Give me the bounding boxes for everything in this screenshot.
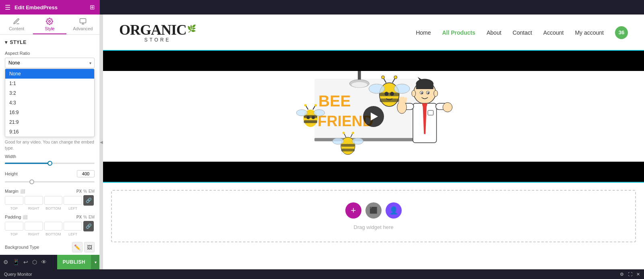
widget-drop-zone: + ⬛ 👤 Drag widget here [111,190,636,242]
margin-left-input[interactable] [64,196,82,205]
padding-unit-px[interactable]: PX [76,215,82,219]
margin-top-input[interactable] [5,196,23,205]
eye-icon[interactable]: 👁 [41,259,47,265]
dropdown-item-4-3[interactable]: 4:3 [5,98,94,108]
dropdown-item-9-16[interactable]: 9:16 [5,127,94,137]
margin-link-button[interactable]: 🔗 [83,195,94,206]
padding-unit-em[interactable]: EM [89,215,95,219]
svg-point-14 [314,110,324,116]
svg-text:BEE: BEE [318,92,351,110]
padding-unit-percent[interactable]: % [83,215,87,219]
height-row: Height [5,170,95,185]
dropdown-item-3-2[interactable]: 3:2 [5,88,94,98]
margin-icon: ⬜ [20,189,25,194]
query-monitor-expand-icon[interactable]: ⛶ [628,272,632,277]
height-label: Height [5,171,18,176]
redo-icon[interactable]: ⬡ [32,259,37,265]
svg-point-20 [314,104,317,106]
nav-account[interactable]: Account [543,29,564,36]
dropdown-item-16-9[interactable]: 16:9 [5,108,94,117]
nav-home[interactable]: Home [416,29,431,36]
publish-button[interactable]: PUBLISH [57,255,91,269]
margin-bottom-label: BOTTOM [44,206,63,210]
margin-label: Margin ⬜ [5,189,25,194]
query-monitor-gear-icon[interactable]: ⚙ [620,272,624,277]
svg-point-58 [352,138,363,144]
padding-bottom-input[interactable] [44,222,63,231]
svg-point-51 [382,76,385,79]
svg-point-27 [421,92,423,94]
cart-button[interactable]: 36 [615,26,628,39]
padding-top-input[interactable] [5,222,23,231]
margin-left-label: LEFT [64,206,82,210]
svg-point-42 [443,102,452,112]
aspect-ratio-hint: Good for any video. You can change the e… [5,139,95,151]
template-button[interactable]: 👤 [386,202,402,219]
width-row: Width [5,154,95,166]
margin-bottom-input[interactable] [44,196,63,205]
play-button[interactable] [363,106,384,127]
margin-unit-px[interactable]: PX [76,189,82,194]
query-monitor-close-icon[interactable]: ✕ [636,272,640,277]
nav-my-account[interactable]: My account [575,29,604,36]
nav-about[interactable]: About [487,29,502,36]
dropdown-9-16-label: 9:16 [9,129,19,135]
margin-right-label: RIGHT [25,206,43,210]
hamburger-icon[interactable]: ☰ [5,4,10,11]
dropdown-1-1-label: 1:1 [9,81,16,86]
tab-advanced[interactable]: Advanced [66,15,99,34]
padding-link-button[interactable]: 🔗 [83,221,94,231]
svg-rect-1 [80,19,86,23]
svg-point-48 [384,92,388,96]
svg-point-57 [332,138,343,144]
svg-point-28 [427,92,429,94]
svg-line-40 [403,98,404,101]
margin-right-input[interactable] [25,196,43,205]
resize-handle[interactable]: ◀ [100,15,103,269]
logo: ORGANIC 🌿 STORE [119,23,196,43]
svg-point-60 [343,132,345,134]
dropdown-item-1-1[interactable]: 1:1 [5,79,94,88]
nav-contact[interactable]: Contact [513,29,532,36]
svg-rect-12 [304,120,317,123]
style-section-header[interactable]: ▾ Style [5,40,95,45]
padding-top-label: TOP [5,232,23,236]
background-type-image-button[interactable]: 🖼 [84,242,95,252]
video-container[interactable]: BEE FRIEND [103,51,644,182]
padding-left-input[interactable] [64,222,82,231]
phone-icon[interactable]: 📱 [12,259,19,265]
aspect-ratio-select[interactable]: None 1:1 3:2 4:3 16:9 21:9 9:16 [5,58,95,68]
main-nav: Home All Products About Contact Account … [416,26,628,39]
padding-left-label: LEFT [64,232,82,236]
dropdown-item-none[interactable]: None [5,69,94,79]
svg-point-47 [394,84,410,93]
query-monitor-label: Query Monitor [4,272,32,277]
section-button[interactable]: ⬛ [365,202,382,219]
dropdown-item-21-9[interactable]: 21:9 [5,117,94,127]
margin-unit-percent[interactable]: % [83,189,87,194]
tab-style-label: Style [45,26,54,31]
padding-right-input[interactable] [25,222,43,231]
margin-unit-em[interactable]: EM [89,189,95,194]
svg-point-15 [307,116,310,119]
logo-text: ORGANIC [119,23,186,37]
svg-point-13 [296,110,307,116]
background-type-pen-button[interactable]: ✏️ [72,242,83,252]
width-slider-thumb[interactable] [47,161,52,166]
svg-line-41 [405,98,406,102]
dropdown-none-label: None [9,71,21,77]
tab-content[interactable]: Content [0,15,33,34]
grid-icon[interactable]: ⊞ [90,4,95,11]
svg-point-49 [390,92,394,96]
tab-style[interactable]: Style [33,15,66,34]
height-slider-thumb[interactable] [29,179,34,184]
undo-icon[interactable]: ↩ [23,259,28,265]
video-frame: BEE FRIEND [103,71,644,162]
nav-all-products[interactable]: All Products [442,29,475,36]
publish-arrow-button[interactable]: ▾ [91,255,100,269]
padding-icon: ⬜ [23,215,27,219]
add-widget-button[interactable]: + [345,202,361,219]
height-input[interactable] [77,170,95,177]
settings-icon[interactable]: ⚙ [3,259,8,265]
svg-point-46 [369,84,384,93]
